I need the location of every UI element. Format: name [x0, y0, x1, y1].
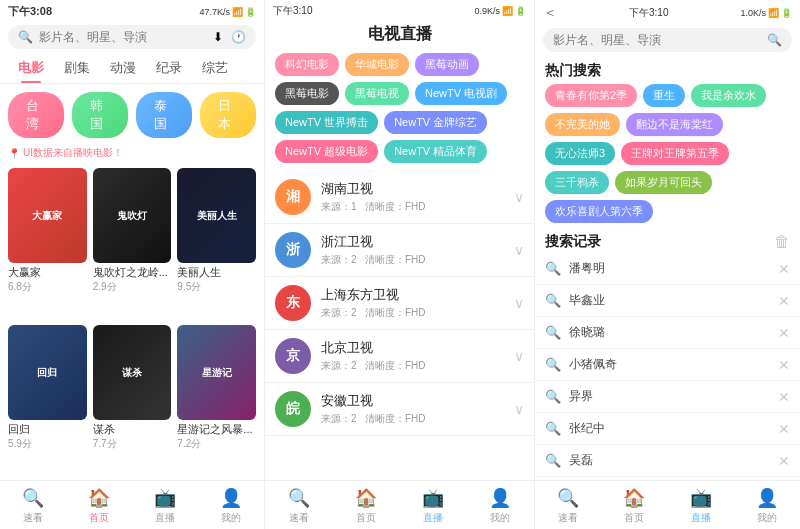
history-icon[interactable]: 🕐 [231, 30, 246, 44]
movie-card-0[interactable]: 大赢家 大赢家 6.8分 [8, 168, 87, 319]
left-nav-mine[interactable]: 👤 我的 [198, 487, 264, 525]
history-delete-6[interactable]: ✕ [778, 453, 790, 469]
history-title: 搜索记录 [545, 233, 601, 251]
channel-logo-2: 东 [275, 285, 311, 321]
left-nav-live[interactable]: 📺 直播 [132, 487, 198, 525]
history-item-4[interactable]: 🔍 异界 ✕ [535, 381, 800, 413]
genre-tag-8[interactable]: NewTV 超级电影 [275, 140, 378, 163]
genre-tag-3[interactable]: 黑莓电影 [275, 82, 339, 105]
suikan-label: 速看 [23, 511, 43, 525]
download-icon[interactable]: ⬇ [213, 30, 223, 44]
left-search-bar[interactable]: 🔍 ⬇ 🕐 [8, 25, 256, 49]
left-categories: 电影 剧集 动漫 纪录 综艺 [0, 53, 264, 84]
movie-thumb-img-4: 谋杀 [93, 325, 172, 420]
hot-tag-4[interactable]: 翻边不是海棠红 [626, 113, 723, 136]
right-nav-home[interactable]: 🏠 首页 [601, 487, 667, 525]
right-search-bar[interactable]: 🔍 [543, 28, 792, 52]
right-nav-mine[interactable]: 👤 我的 [734, 487, 800, 525]
movie-card-2[interactable]: 美丽人生 美丽人生 9.5分 [177, 168, 256, 319]
genre-tag-0[interactable]: 科幻电影 [275, 53, 339, 76]
movie-title-2: 美丽人生 [177, 265, 256, 280]
channel-info-3: 北京卫视 来源：2 清晰度：FHD [321, 339, 504, 373]
right-back-icon[interactable]: ＜ [543, 4, 557, 22]
category-movie[interactable]: 电影 [8, 53, 54, 83]
history-search-icon-5: 🔍 [545, 421, 561, 436]
genre-tag-2[interactable]: 黑莓动画 [415, 53, 479, 76]
history-item-0[interactable]: 🔍 潘粤明 ✕ [535, 253, 800, 285]
mid-nav-live[interactable]: 📺 直播 [400, 487, 467, 525]
mid-live-label: 直播 [423, 511, 443, 525]
hot-tag-9[interactable]: 欢乐喜剧人第六季 [545, 200, 653, 223]
channel-arrow-4: ∨ [514, 401, 524, 417]
movie-card-3[interactable]: 回归 回归 5.9分 [8, 325, 87, 476]
history-delete-0[interactable]: ✕ [778, 261, 790, 277]
history-item-2[interactable]: 🔍 徐晓璐 ✕ [535, 317, 800, 349]
region-thailand[interactable]: 泰国 [136, 92, 192, 138]
history-search-icon-1: 🔍 [545, 293, 561, 308]
genre-tag-6[interactable]: NewTV 世界搏击 [275, 111, 378, 134]
history-clear-icon[interactable]: 🗑 [774, 233, 790, 251]
history-delete-2[interactable]: ✕ [778, 325, 790, 341]
genre-tag-1[interactable]: 华城电影 [345, 53, 409, 76]
region-taiwan[interactable]: 台湾 [8, 92, 64, 138]
right-suikan-icon: 🔍 [557, 487, 579, 509]
history-item-6[interactable]: 🔍 吴磊 ✕ [535, 445, 800, 477]
movie-card-4[interactable]: 谋杀 谋杀 7.7分 [93, 325, 172, 476]
channel-item-3[interactable]: 京 北京卫视 来源：2 清晰度：FHD ∨ [265, 330, 534, 383]
channel-item-1[interactable]: 浙 浙江卫视 来源：2 清晰度：FHD ∨ [265, 224, 534, 277]
category-series[interactable]: 剧集 [54, 53, 100, 83]
history-delete-1[interactable]: ✕ [778, 293, 790, 309]
hot-tag-8[interactable]: 如果岁月可回头 [615, 171, 712, 194]
movie-title-0: 大赢家 [8, 265, 87, 280]
left-search-input[interactable] [39, 30, 207, 44]
right-home-label: 首页 [624, 511, 644, 525]
right-search-icon[interactable]: 🔍 [767, 33, 782, 47]
hot-tag-7[interactable]: 三千鸦杀 [545, 171, 609, 194]
mid-nav-suikan[interactable]: 🔍 速看 [265, 487, 332, 525]
mid-nav-mine[interactable]: 👤 我的 [467, 487, 534, 525]
channel-arrow-1: ∨ [514, 242, 524, 258]
channel-item-4[interactable]: 皖 安徽卫视 来源：2 清晰度：FHD ∨ [265, 383, 534, 436]
history-delete-5[interactable]: ✕ [778, 421, 790, 437]
genre-tag-4[interactable]: 黑莓电视 [345, 82, 409, 105]
movie-thumb-0: 大赢家 [8, 168, 87, 263]
region-korea[interactable]: 韩国 [72, 92, 128, 138]
hot-tag-6[interactable]: 王牌对王牌第五季 [621, 142, 729, 165]
hot-tag-5[interactable]: 无心法师3 [545, 142, 615, 165]
channel-item-0[interactable]: 湘 湖南卫视 来源：1 清晰度：FHD ∨ [265, 171, 534, 224]
channel-item-2[interactable]: 东 上海东方卫视 来源：2 清晰度：FHD ∨ [265, 277, 534, 330]
hot-tag-3[interactable]: 不完美的她 [545, 113, 620, 136]
battery-icon: 🔋 [245, 7, 256, 17]
right-search-input[interactable] [553, 33, 761, 47]
movie-thumb-img-3: 回归 [8, 325, 87, 420]
hot-tag-2[interactable]: 我是余欢水 [691, 84, 766, 107]
history-item-5[interactable]: 🔍 张纪中 ✕ [535, 413, 800, 445]
history-item-3[interactable]: 🔍 小猪佩奇 ✕ [535, 349, 800, 381]
history-search-icon-0: 🔍 [545, 261, 561, 276]
channel-list: 湘 湖南卫视 来源：1 清晰度：FHD ∨ 浙 浙江卫视 来源：2 清晰度：FH… [265, 171, 534, 480]
movie-card-1[interactable]: 鬼吹灯 鬼吹灯之龙岭... 2.9分 [93, 168, 172, 319]
mid-bottom-nav: 🔍 速看 🏠 首页 📺 直播 👤 我的 [265, 480, 534, 529]
left-nav-home[interactable]: 🏠 首页 [66, 487, 132, 525]
genre-tag-5[interactable]: NewTV 电视剧 [415, 82, 507, 105]
history-delete-3[interactable]: ✕ [778, 357, 790, 373]
hot-tag-1[interactable]: 重生 [643, 84, 685, 107]
mid-nav-home[interactable]: 🏠 首页 [332, 487, 399, 525]
category-documentary[interactable]: 纪录 [146, 53, 192, 83]
channel-info-1: 浙江卫视 来源：2 清晰度：FHD [321, 233, 504, 267]
channel-logo-1: 浙 [275, 232, 311, 268]
right-status-icons: 1.0K/s 📶 🔋 [740, 8, 792, 18]
movie-card-5[interactable]: 星游记 星游记之风暴... 7.2分 [177, 325, 256, 476]
mid-time: 下午3:10 [273, 4, 312, 18]
genre-tag-9[interactable]: NewTV 精品体育 [384, 140, 487, 163]
right-nav-suikan[interactable]: 🔍 速看 [535, 487, 601, 525]
history-item-1[interactable]: 🔍 毕鑫业 ✕ [535, 285, 800, 317]
left-nav-suikan[interactable]: 🔍 速看 [0, 487, 66, 525]
region-japan[interactable]: 日本 [200, 92, 256, 138]
genre-tag-7[interactable]: NewTV 金牌综艺 [384, 111, 487, 134]
category-anime[interactable]: 动漫 [100, 53, 146, 83]
history-delete-4[interactable]: ✕ [778, 389, 790, 405]
right-nav-live[interactable]: 📺 直播 [668, 487, 734, 525]
hot-tag-0[interactable]: 青春有你第2季 [545, 84, 637, 107]
category-variety[interactable]: 综艺 [192, 53, 238, 83]
